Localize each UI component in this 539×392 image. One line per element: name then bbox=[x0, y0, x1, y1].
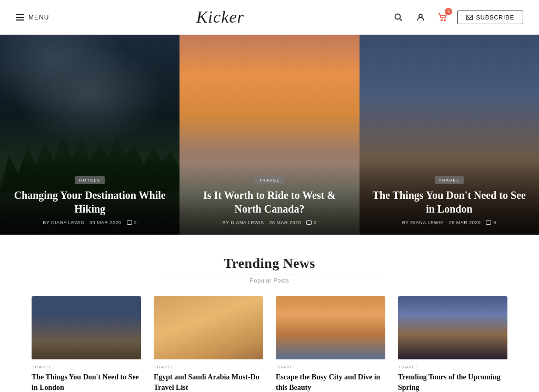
article-card-2[interactable]: TRAVEL Egypt and Saudi Arabia Must-Do Tr… bbox=[154, 296, 263, 392]
hero-card-2[interactable]: TRAVEL Is It Worth to Ride to West & Nor… bbox=[179, 35, 359, 235]
hero-card-3-comments: 0 bbox=[486, 220, 496, 225]
subscribe-button[interactable]: SUBSCRIBE bbox=[457, 11, 523, 24]
article-thumb-4 bbox=[398, 296, 507, 359]
hero-card-2-overlay: TRAVEL Is It Worth to Ride to West & Nor… bbox=[179, 164, 359, 235]
header: MENU Kicker 0 bbox=[0, 0, 539, 35]
article-card-3[interactable]: TRAVEL Escape the Busy City and Dive in … bbox=[276, 296, 385, 392]
trending-title: Trending News bbox=[32, 256, 507, 272]
article-1-category: TRAVEL bbox=[32, 365, 141, 369]
menu-label: MENU bbox=[28, 14, 49, 21]
hero-card-3-date: 28 MAR 2020 bbox=[449, 220, 481, 225]
hero-card-1-overlay: HOTELS Changing Your Destination While H… bbox=[0, 164, 179, 235]
hero-card-3-title: The Things You Don't Need to See in Lond… bbox=[372, 188, 526, 216]
article-2-title: Egypt and Saudi Arabia Must-Do Travel Li… bbox=[154, 372, 263, 392]
site-logo[interactable]: Kicker bbox=[196, 7, 244, 27]
hero-card-2-author: BY DIANA LEWIS bbox=[223, 220, 264, 225]
hero-card-1-date: 30 MAR 2020 bbox=[89, 220, 122, 225]
hero-card-3-author: BY DIANA LEWIS bbox=[402, 220, 444, 225]
svg-point-0 bbox=[395, 14, 401, 19]
hero-card-2-date: 28 MAR 2020 bbox=[269, 220, 301, 225]
article-4-category: TRAVEL bbox=[398, 365, 507, 369]
hero-card-1-comments: 2 bbox=[127, 220, 137, 225]
svg-rect-10 bbox=[486, 220, 491, 224]
article-3-title: Escape the Busy City and Dive in this Be… bbox=[276, 372, 385, 392]
hero-card-1[interactable]: HOTELS Changing Your Destination While H… bbox=[0, 35, 179, 235]
hero-card-1-category: HOTELS bbox=[75, 176, 105, 184]
hero-card-3[interactable]: TRAVEL The Things You Don't Need to See … bbox=[360, 35, 539, 235]
hero-card-2-comments: 0 bbox=[306, 220, 317, 225]
hero-card-3-category: TRAVEL bbox=[435, 176, 464, 184]
subscribe-label: SUBSCRIBE bbox=[476, 14, 514, 21]
svg-line-1 bbox=[400, 18, 402, 21]
trending-divider-right bbox=[273, 275, 378, 275]
svg-point-4 bbox=[444, 19, 445, 21]
trending-section: Trending News Popular Posts TRAVEL The T… bbox=[0, 235, 539, 392]
trending-subtitle: Popular Posts bbox=[32, 277, 507, 284]
svg-rect-6 bbox=[127, 220, 132, 224]
hero-card-3-meta: BY DIANA LEWIS 28 MAR 2020 0 bbox=[372, 220, 526, 225]
article-thumb-2 bbox=[154, 296, 263, 359]
hero-card-2-category: TRAVEL bbox=[255, 176, 284, 184]
cart-button[interactable]: 0 bbox=[435, 10, 450, 25]
article-1-title: The Things You Don't Need to See in Lond… bbox=[32, 372, 141, 392]
article-2-category: TRAVEL bbox=[154, 365, 263, 369]
search-button[interactable] bbox=[391, 10, 406, 25]
article-thumb-1 bbox=[32, 296, 141, 359]
cart-badge: 0 bbox=[445, 8, 452, 15]
article-thumb-3 bbox=[276, 296, 385, 359]
menu-button[interactable]: MENU bbox=[16, 14, 49, 21]
svg-rect-5 bbox=[467, 15, 473, 19]
article-3-category: TRAVEL bbox=[276, 365, 385, 369]
hero-card-1-author: BY DIANA LEWIS bbox=[43, 220, 84, 225]
svg-point-3 bbox=[441, 19, 442, 21]
articles-grid: TRAVEL The Things You Don't Need to See … bbox=[32, 296, 507, 392]
header-actions: 0 SUBSCRIBE bbox=[391, 10, 523, 25]
hero-card-1-meta: BY DIANA LEWIS 30 MAR 2020 2 bbox=[13, 220, 167, 225]
trending-divider-left bbox=[161, 275, 266, 275]
account-button[interactable] bbox=[413, 10, 428, 25]
hero-card-1-title: Changing Your Destination While Hiking bbox=[13, 188, 167, 216]
svg-rect-8 bbox=[306, 220, 311, 224]
article-card-1[interactable]: TRAVEL The Things You Don't Need to See … bbox=[32, 296, 141, 392]
hero-card-2-meta: BY DIANA LEWIS 28 MAR 2020 0 bbox=[192, 220, 346, 225]
article-4-title: Trending Tours of the Upcoming Spring bbox=[398, 372, 507, 392]
hamburger-icon bbox=[16, 14, 24, 21]
hero-card-3-overlay: TRAVEL The Things You Don't Need to See … bbox=[360, 164, 539, 235]
hero-grid: HOTELS Changing Your Destination While H… bbox=[0, 35, 539, 235]
trending-header: Trending News Popular Posts bbox=[32, 256, 507, 284]
article-card-4[interactable]: TRAVEL Trending Tours of the Upcoming Sp… bbox=[398, 296, 507, 392]
hero-card-2-title: Is It Worth to Ride to West & North Cana… bbox=[192, 188, 346, 216]
